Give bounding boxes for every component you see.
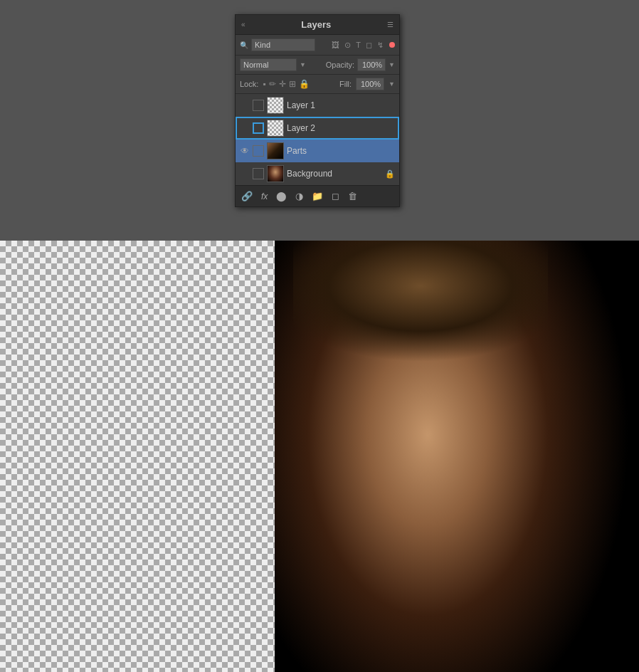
layer-item-background[interactable]: 👁 Background 🔒 [236,162,399,185]
layers-list: 👁 Layer 1 👁 Layer 2 👁 [236,94,399,185]
lock-position-btn[interactable]: ✛ [279,79,286,89]
checker-area [0,241,275,672]
panel-toolbar: 🔗 fx ⬤ ◑ 📁 ◻ 🗑 [236,185,399,206]
delete-layer-btn[interactable]: 🗑 [347,189,359,203]
opacity-label: Opacity: [326,61,354,69]
layer1-thumb-checker [268,98,283,113]
background-lock-badge: 🔒 [385,169,395,179]
layer-item-layer1[interactable]: 👁 Layer 1 [236,94,399,117]
kind-select[interactable]: Kind Name Effect Mode [251,38,315,51]
adjustment-layer-btn[interactable]: ◑ [294,189,305,203]
blend-chevron-icon: ▼ [300,61,306,68]
parts-thumb [267,142,284,159]
lock-row: Lock: ▪ ✏ ✛ ⊞ 🔒 Fill: ▼ [236,75,399,94]
lock-all-btn[interactable]: 🔒 [299,79,310,89]
filter-pixel-icon[interactable]: 🖼 [330,40,341,51]
filter-icons: 🖼 ⊙ T ◻ ↯ [330,40,385,51]
blend-row: Normal Multiply Screen Overlay ▼ Opacity… [236,56,399,75]
layer-item-layer2[interactable]: 👁 Layer 2 [236,117,399,140]
parts-eye-icon: 👁 [241,146,249,156]
parts-selection-box [253,145,264,157]
fill-label: Fill: [339,80,352,88]
opacity-chevron-icon: ▼ [389,61,395,68]
parts-name: Parts [287,146,395,156]
group-layers-btn[interactable]: 📁 [310,189,324,203]
lock-paint-btn[interactable]: ✏ [269,79,276,89]
new-layer-btn[interactable]: ◻ [330,189,341,203]
background-thumb [267,165,284,182]
filter-active-dot [389,42,395,48]
filter-smart-icon[interactable]: ↯ [376,40,385,51]
lock-icons: ▪ ✏ ✛ ⊞ 🔒 [263,79,309,89]
blend-mode-select[interactable]: Normal Multiply Screen Overlay [240,58,297,71]
background-selection-box [253,168,264,179]
lock-artboard-btn[interactable]: ⊞ [289,79,296,89]
parts-thumb-dark [268,143,283,159]
layer1-visibility[interactable]: 👁 [240,100,250,110]
layer-fx-btn[interactable]: fx [260,190,269,203]
lock-transparent-btn[interactable]: ▪ [263,79,265,89]
layer2-visibility[interactable]: 👁 [240,123,250,133]
collapse-icon[interactable]: « [241,21,245,28]
panel-menu-icon[interactable]: ☰ [387,21,394,28]
layer2-selection-box [253,122,264,134]
filter-row: 🔍 Kind Name Effect Mode 🖼 ⊙ T ◻ ↯ [236,35,399,56]
layer-item-parts[interactable]: 👁 Parts [236,140,399,162]
link-layers-btn[interactable]: 🔗 [240,189,254,203]
background-thumb-face [268,166,283,182]
add-mask-btn[interactable]: ⬤ [275,189,288,203]
panel-titlebar: « Layers ☰ [236,15,399,35]
lock-label: Lock: [240,80,258,88]
layer2-name: Layer 2 [287,123,395,133]
hair-area [293,241,548,392]
filter-adjust-icon[interactable]: ⊙ [343,40,352,51]
layer1-name: Layer 1 [287,100,395,110]
layer1-thumb [267,97,284,114]
layers-panel: « Layers ☰ 🔍 Kind Name Effect Mode 🖼 ⊙ T… [235,14,400,207]
layer2-thumb [267,120,284,137]
background-visibility[interactable]: 👁 [240,169,250,179]
layer2-thumb-checker [268,120,283,136]
layer1-selection-box [253,100,264,111]
fill-chevron-icon: ▼ [389,80,395,88]
parts-visibility[interactable]: 👁 [240,146,250,156]
background-name: Background [287,169,382,179]
filter-type-icon[interactable]: T [354,40,362,51]
opacity-input[interactable] [357,58,386,71]
photo-area [275,241,639,672]
titlebar-left-icons: « [241,21,245,28]
filter-search-icon: 🔍 [240,41,248,49]
fill-input[interactable] [356,78,384,90]
filter-shape-icon[interactable]: ◻ [364,40,374,51]
panel-title: Layers [301,19,331,30]
